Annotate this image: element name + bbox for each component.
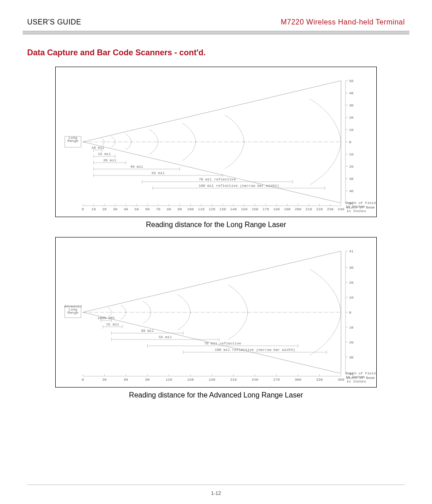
- svg-text:120: 120: [166, 378, 173, 382]
- svg-text:20: 20: [349, 165, 354, 169]
- svg-text:160: 160: [252, 207, 259, 211]
- svg-text:150: 150: [241, 207, 248, 211]
- svg-text:50: 50: [349, 79, 354, 83]
- svg-text:100% UPC: 100% UPC: [97, 316, 115, 320]
- svg-text:40 mil: 40 mil: [130, 165, 143, 169]
- svg-text:20: 20: [349, 116, 354, 120]
- figure-long-range: LongRange504030201001020304050Width of B…: [55, 67, 377, 217]
- svg-text:0: 0: [82, 207, 84, 211]
- svg-text:80: 80: [167, 207, 171, 211]
- svg-text:in Inches: in Inches: [346, 375, 365, 379]
- svg-text:190: 190: [284, 207, 291, 211]
- svg-text:10 mil: 10 mil: [91, 145, 105, 150]
- svg-text:10: 10: [349, 296, 354, 300]
- svg-text:Range: Range: [67, 310, 78, 315]
- long-range-chart: LongRange504030201001020304050Width of B…: [56, 67, 377, 217]
- svg-text:240: 240: [252, 378, 259, 382]
- svg-text:100 mil reflective (narrow bar: 100 mil reflective (narrow bar width): [215, 348, 295, 352]
- svg-text:90: 90: [178, 207, 182, 211]
- svg-text:15 mil: 15 mil: [98, 152, 111, 156]
- svg-text:10: 10: [91, 207, 96, 211]
- svg-text:0: 0: [82, 378, 84, 382]
- svg-text:10: 10: [349, 152, 354, 156]
- svg-text:30: 30: [113, 207, 117, 211]
- figure-adv-long-range: AdvancedLongRange41302010010203041Width …: [55, 237, 377, 388]
- svg-text:120: 120: [209, 207, 216, 211]
- header-left: USER'S GUIDE: [27, 18, 81, 26]
- svg-text:360: 360: [338, 378, 345, 382]
- svg-text:50: 50: [134, 207, 139, 211]
- svg-text:270: 270: [273, 378, 280, 382]
- svg-text:110: 110: [198, 207, 205, 211]
- svg-text:41: 41: [349, 249, 354, 253]
- svg-text:30: 30: [349, 355, 354, 359]
- svg-text:220: 220: [316, 207, 323, 211]
- header-right: M7220 Wireless Hand-held Terminal: [281, 18, 405, 26]
- svg-text:20: 20: [102, 207, 107, 211]
- svg-text:210: 210: [306, 207, 312, 211]
- svg-text:in Inches: in Inches: [346, 204, 365, 208]
- svg-text:60: 60: [124, 378, 128, 382]
- svg-text:40: 40: [349, 91, 354, 95]
- svg-text:15 mil: 15 mil: [106, 322, 119, 326]
- section-title: Data Capture and Bar Code Scanners - con…: [27, 48, 405, 58]
- svg-text:330: 330: [316, 378, 323, 382]
- svg-text:70 mil reflective: 70 mil reflective: [199, 177, 236, 181]
- svg-text:70: 70: [156, 207, 160, 211]
- svg-text:300: 300: [295, 378, 302, 382]
- svg-text:30: 30: [349, 177, 354, 181]
- svg-text:150: 150: [187, 378, 194, 382]
- svg-text:140: 140: [230, 207, 237, 211]
- svg-text:30: 30: [349, 103, 354, 107]
- svg-text:90: 90: [145, 378, 150, 382]
- svg-text:40: 40: [349, 189, 354, 193]
- svg-text:70 mil reflective: 70 mil reflective: [204, 341, 241, 345]
- svg-text:30: 30: [102, 378, 107, 382]
- svg-text:10: 10: [349, 325, 354, 330]
- svg-text:40: 40: [124, 207, 128, 211]
- svg-text:230: 230: [327, 207, 334, 211]
- svg-text:180: 180: [209, 378, 216, 382]
- svg-text:170: 170: [263, 207, 269, 211]
- svg-text:55 mil: 55 mil: [159, 335, 172, 339]
- svg-text:180: 180: [273, 207, 280, 211]
- svg-text:in Inches: in Inches: [346, 209, 366, 213]
- svg-text:0: 0: [349, 140, 351, 144]
- adv-long-range-chart: AdvancedLongRange41302010010203041Width …: [56, 237, 377, 387]
- svg-text:240: 240: [338, 207, 345, 211]
- svg-text:20: 20: [349, 281, 354, 285]
- svg-text:Range: Range: [67, 139, 78, 143]
- svg-text:10: 10: [349, 128, 354, 132]
- svg-text:55 mil: 55 mil: [152, 171, 165, 175]
- svg-text:in Inches: in Inches: [346, 379, 366, 383]
- svg-text:20 mil: 20 mil: [103, 158, 116, 162]
- svg-text:30: 30: [349, 266, 354, 270]
- svg-text:20: 20: [349, 340, 354, 344]
- svg-text:210: 210: [230, 378, 237, 382]
- svg-text:100: 100: [187, 207, 194, 211]
- svg-text:30 mil: 30 mil: [141, 329, 154, 333]
- figure-caption: Reading distance for the Advanced Long R…: [55, 391, 377, 399]
- header-divider: [23, 31, 409, 34]
- svg-text:0: 0: [349, 310, 351, 315]
- svg-text:130: 130: [220, 207, 226, 211]
- page-number: 1-12: [0, 490, 432, 496]
- footer-divider: [27, 485, 405, 485]
- svg-text:60: 60: [145, 207, 150, 211]
- svg-text:200: 200: [295, 207, 302, 211]
- figure-caption: Reading distance for the Long Range Lase…: [55, 221, 377, 229]
- svg-text:100 mil reflective (narrow bar: 100 mil reflective (narrow bar width): [199, 184, 279, 188]
- page-header: USER'S GUIDE M7220 Wireless Hand-held Te…: [27, 18, 405, 26]
